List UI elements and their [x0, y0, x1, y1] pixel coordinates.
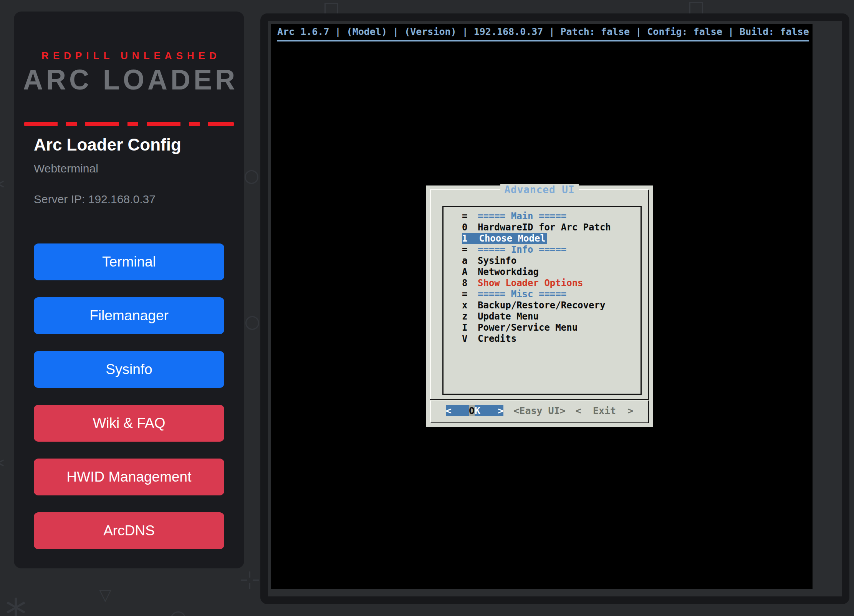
sidebar-button-group: Terminal Filemanager Sysinfo Wiki & FAQ …: [34, 243, 224, 549]
arcdns-button[interactable]: ArcDNS: [34, 512, 224, 549]
spark-decoration-icon: *: [0, 455, 5, 479]
menu-separator-main: ====== Main =====: [444, 211, 640, 222]
terminal-status-bar: Arc 1.6.7 | (Model) | (Version) | 192.16…: [271, 24, 813, 38]
easy-ui-button[interactable]: <Easy UI>: [513, 405, 565, 416]
menu-item-choose-model-selected[interactable]: 1Choose Model: [444, 233, 640, 244]
advanced-ui-dialog: Advanced UI ====== Main ===== 0HardwareI…: [426, 185, 653, 427]
hwid-management-button[interactable]: HWID Management: [34, 459, 224, 495]
server-ip-label: Server IP: 192.168.0.37: [34, 193, 156, 206]
status-bar-divider: [277, 40, 809, 41]
dialog-button-divider: [430, 399, 649, 400]
menu-item-backup-restore[interactable]: xBackup/Restore/Recovery: [444, 300, 640, 311]
crosshair-decoration-icon: [241, 571, 259, 589]
menu-item-sysinfo[interactable]: aSysinfo: [444, 255, 640, 267]
menu-item-credits[interactable]: VCredits: [444, 333, 640, 344]
terminal-window: Arc 1.6.7 | (Model) | (Version) | 192.16…: [260, 13, 849, 604]
brand-dashed-divider: [24, 122, 234, 126]
ok-button[interactable]: < OK >: [446, 405, 504, 416]
page-title: Arc Loader Config: [34, 135, 181, 154]
terminal-button[interactable]: Terminal: [34, 243, 224, 280]
menu-item-power-service[interactable]: IPower/Service Menu: [444, 322, 640, 333]
menu-item-hardwareid[interactable]: 0HardwareID for Arc Patch: [444, 222, 640, 233]
dialog-title: Advanced UI: [426, 184, 653, 195]
menu-separator-info: ====== Info =====: [444, 244, 640, 255]
dialog-menu: ====== Main ===== 0HardwareID for Arc Pa…: [442, 206, 642, 395]
dialog-button-row: < OK > <Easy UI> < Exit >: [426, 405, 653, 416]
circle-decoration-icon: [170, 611, 186, 616]
sidebar: REDPILL UNLEASHED ARC LOADER Arc Loader …: [14, 12, 244, 568]
menu-item-update-menu[interactable]: zUpdate Menu: [444, 311, 640, 322]
sysinfo-button[interactable]: Sysinfo: [34, 351, 224, 388]
wiki-faq-button[interactable]: Wiki & FAQ: [34, 405, 224, 442]
exit-button[interactable]: < Exit >: [576, 405, 634, 416]
brand-logo: ARC LOADER: [14, 63, 244, 96]
menu-item-show-loader-options[interactable]: 8Show Loader Options: [444, 278, 640, 289]
terminal-screen[interactable]: Arc 1.6.7 | (Model) | (Version) | 192.16…: [271, 24, 813, 589]
triangle-decoration-icon: ▽: [99, 587, 111, 603]
spark-decoration-icon: *: [0, 176, 5, 200]
arc-loader-page: { "sidebar": { "brand_top": "REDPILL UNL…: [0, 0, 854, 616]
circle-decoration-icon: [245, 170, 258, 184]
menu-item-networkdiag[interactable]: ANetworkdiag: [444, 267, 640, 278]
circle-decoration-icon: [245, 316, 259, 330]
terminal-panel: Arc 1.6.7 | (Model) | (Version) | 192.16…: [268, 21, 842, 596]
page-subtitle: Webterminal: [34, 162, 98, 175]
star-decoration-icon: *: [5, 594, 26, 616]
brand-tagline: REDPILL UNLEASHED: [14, 50, 244, 62]
filemanager-button[interactable]: Filemanager: [34, 297, 224, 334]
menu-separator-misc: ====== Misc =====: [444, 289, 640, 300]
